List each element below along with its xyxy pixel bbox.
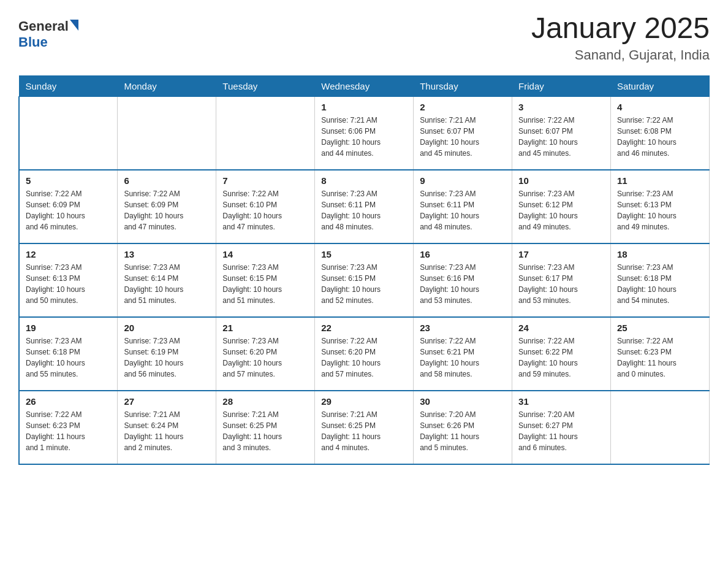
calendar-cell: 11Sunrise: 7:23 AMSunset: 6:13 PMDayligh… (611, 170, 710, 243)
day-number: 26 (26, 396, 111, 407)
calendar-week-row-2: 5Sunrise: 7:22 AMSunset: 6:09 PMDaylight… (19, 170, 710, 243)
calendar-cell: 24Sunrise: 7:22 AMSunset: 6:22 PMDayligh… (512, 317, 611, 391)
header-thursday: Thursday (414, 75, 512, 96)
day-info: Sunrise: 7:21 AMSunset: 6:24 PMDaylight:… (124, 409, 210, 453)
logo-triangle-icon (70, 20, 78, 31)
day-info: Sunrise: 7:23 AMSunset: 6:18 PMDaylight:… (617, 262, 703, 306)
day-number: 6 (124, 175, 210, 186)
day-number: 24 (518, 323, 604, 333)
day-info: Sunrise: 7:21 AMSunset: 6:25 PMDaylight:… (321, 409, 407, 453)
day-info: Sunrise: 7:23 AMSunset: 6:20 PMDaylight:… (222, 335, 308, 380)
day-info: Sunrise: 7:23 AMSunset: 6:15 PMDaylight:… (321, 262, 407, 306)
day-number: 1 (321, 102, 407, 112)
calendar-cell: 5Sunrise: 7:22 AMSunset: 6:09 PMDaylight… (19, 170, 118, 243)
day-info: Sunrise: 7:23 AMSunset: 6:17 PMDaylight:… (518, 262, 604, 306)
day-number: 27 (124, 396, 210, 407)
calendar-cell: 16Sunrise: 7:23 AMSunset: 6:16 PMDayligh… (414, 243, 512, 317)
day-info: Sunrise: 7:23 AMSunset: 6:13 PMDaylight:… (617, 188, 703, 232)
logo: General Blue (18, 18, 78, 50)
calendar-title-area: January 2025 Sanand, Gujarat, India (531, 12, 710, 63)
calendar-cell: 12Sunrise: 7:23 AMSunset: 6:13 PMDayligh… (19, 243, 118, 317)
header-wednesday: Wednesday (315, 75, 414, 96)
day-info: Sunrise: 7:20 AMSunset: 6:27 PMDaylight:… (518, 409, 604, 453)
calendar-cell: 29Sunrise: 7:21 AMSunset: 6:25 PMDayligh… (315, 391, 414, 464)
calendar-cell: 9Sunrise: 7:23 AMSunset: 6:11 PMDaylight… (414, 170, 512, 243)
day-number: 23 (420, 323, 506, 333)
day-number: 17 (518, 249, 604, 259)
day-info: Sunrise: 7:22 AMSunset: 6:22 PMDaylight:… (518, 335, 604, 380)
header-monday: Monday (118, 75, 216, 96)
day-info: Sunrise: 7:22 AMSunset: 6:21 PMDaylight:… (420, 335, 506, 380)
day-number: 8 (321, 175, 407, 186)
day-info: Sunrise: 7:23 AMSunset: 6:18 PMDaylight:… (26, 335, 111, 380)
day-number: 14 (222, 249, 308, 259)
calendar-cell: 30Sunrise: 7:20 AMSunset: 6:26 PMDayligh… (414, 391, 512, 464)
calendar-cell: 15Sunrise: 7:23 AMSunset: 6:15 PMDayligh… (315, 243, 414, 317)
calendar-cell: 25Sunrise: 7:22 AMSunset: 6:23 PMDayligh… (611, 317, 710, 391)
calendar-cell: 23Sunrise: 7:22 AMSunset: 6:21 PMDayligh… (414, 317, 512, 391)
day-number: 2 (420, 102, 506, 112)
day-info: Sunrise: 7:23 AMSunset: 6:19 PMDaylight:… (124, 335, 210, 380)
day-info: Sunrise: 7:23 AMSunset: 6:12 PMDaylight:… (518, 188, 604, 232)
header-sunday: Sunday (19, 75, 118, 96)
calendar-cell: 7Sunrise: 7:22 AMSunset: 6:10 PMDaylight… (216, 170, 315, 243)
day-number: 31 (518, 396, 604, 407)
calendar-cell: 21Sunrise: 7:23 AMSunset: 6:20 PMDayligh… (216, 317, 315, 391)
calendar-week-row-4: 19Sunrise: 7:23 AMSunset: 6:18 PMDayligh… (19, 317, 710, 391)
calendar-cell: 10Sunrise: 7:23 AMSunset: 6:12 PMDayligh… (512, 170, 611, 243)
day-info: Sunrise: 7:23 AMSunset: 6:11 PMDaylight:… (420, 188, 506, 232)
day-info: Sunrise: 7:21 AMSunset: 6:06 PMDaylight:… (321, 115, 407, 159)
calendar-cell: 26Sunrise: 7:22 AMSunset: 6:23 PMDayligh… (19, 391, 118, 464)
calendar-cell: 8Sunrise: 7:23 AMSunset: 6:11 PMDaylight… (315, 170, 414, 243)
day-info: Sunrise: 7:23 AMSunset: 6:16 PMDaylight:… (420, 262, 506, 306)
calendar-cell: 3Sunrise: 7:22 AMSunset: 6:07 PMDaylight… (512, 96, 611, 170)
day-info: Sunrise: 7:23 AMSunset: 6:11 PMDaylight:… (321, 188, 407, 232)
calendar-week-row-1: 1Sunrise: 7:21 AMSunset: 6:06 PMDaylight… (19, 96, 710, 170)
calendar-cell: 27Sunrise: 7:21 AMSunset: 6:24 PMDayligh… (118, 391, 216, 464)
header-saturday: Saturday (611, 75, 710, 96)
calendar-cell: 31Sunrise: 7:20 AMSunset: 6:27 PMDayligh… (512, 391, 611, 464)
calendar-week-row-3: 12Sunrise: 7:23 AMSunset: 6:13 PMDayligh… (19, 243, 710, 317)
calendar-cell: 1Sunrise: 7:21 AMSunset: 6:06 PMDaylight… (315, 96, 414, 170)
calendar-cell (216, 96, 315, 170)
day-info: Sunrise: 7:22 AMSunset: 6:08 PMDaylight:… (617, 115, 703, 159)
header-tuesday: Tuesday (216, 75, 315, 96)
calendar-cell: 13Sunrise: 7:23 AMSunset: 6:14 PMDayligh… (118, 243, 216, 317)
day-number: 12 (26, 249, 111, 259)
day-info: Sunrise: 7:22 AMSunset: 6:20 PMDaylight:… (321, 335, 407, 380)
logo-general-text: General (18, 18, 69, 34)
calendar-cell: 28Sunrise: 7:21 AMSunset: 6:25 PMDayligh… (216, 391, 315, 464)
day-number: 4 (617, 102, 703, 112)
day-info: Sunrise: 7:22 AMSunset: 6:09 PMDaylight:… (26, 188, 111, 232)
day-number: 21 (222, 323, 308, 333)
logo-blue-text: Blue (18, 34, 78, 50)
calendar-month-year: January 2025 (531, 12, 710, 45)
calendar-cell: 14Sunrise: 7:23 AMSunset: 6:15 PMDayligh… (216, 243, 315, 317)
day-info: Sunrise: 7:22 AMSunset: 6:07 PMDaylight:… (518, 115, 604, 159)
day-info: Sunrise: 7:23 AMSunset: 6:14 PMDaylight:… (124, 262, 210, 306)
calendar-cell: 18Sunrise: 7:23 AMSunset: 6:18 PMDayligh… (611, 243, 710, 317)
day-info: Sunrise: 7:23 AMSunset: 6:15 PMDaylight:… (222, 262, 308, 306)
day-info: Sunrise: 7:20 AMSunset: 6:26 PMDaylight:… (420, 409, 506, 453)
day-number: 22 (321, 323, 407, 333)
day-number: 5 (26, 175, 111, 186)
calendar-cell (118, 96, 216, 170)
day-info: Sunrise: 7:22 AMSunset: 6:23 PMDaylight:… (617, 335, 703, 380)
day-number: 30 (420, 396, 506, 407)
day-info: Sunrise: 7:21 AMSunset: 6:25 PMDaylight:… (222, 409, 308, 453)
day-number: 16 (420, 249, 506, 259)
calendar-cell (19, 96, 118, 170)
day-info: Sunrise: 7:23 AMSunset: 6:13 PMDaylight:… (26, 262, 111, 306)
calendar-table: Sunday Monday Tuesday Wednesday Thursday… (18, 75, 710, 465)
calendar-cell: 19Sunrise: 7:23 AMSunset: 6:18 PMDayligh… (19, 317, 118, 391)
calendar-location: Sanand, Gujarat, India (531, 47, 710, 63)
header-friday: Friday (512, 75, 611, 96)
calendar-cell: 2Sunrise: 7:21 AMSunset: 6:07 PMDaylight… (414, 96, 512, 170)
day-info: Sunrise: 7:21 AMSunset: 6:07 PMDaylight:… (420, 115, 506, 159)
calendar-cell: 17Sunrise: 7:23 AMSunset: 6:17 PMDayligh… (512, 243, 611, 317)
day-number: 20 (124, 323, 210, 333)
day-number: 29 (321, 396, 407, 407)
calendar-cell (611, 391, 710, 464)
calendar-cell: 4Sunrise: 7:22 AMSunset: 6:08 PMDaylight… (611, 96, 710, 170)
day-info: Sunrise: 7:22 AMSunset: 6:09 PMDaylight:… (124, 188, 210, 232)
